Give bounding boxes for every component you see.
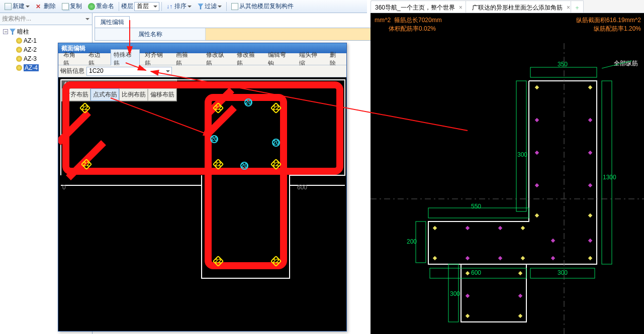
- section-canvas[interactable]: 特殊布筋 对齐布筋 点式布筋 比例布筋 偏移布筋 22 22 22: [58, 77, 346, 331]
- svg-rect-8: [530, 67, 597, 77]
- dim-0: 0: [62, 184, 66, 191]
- rebar-22: 22: [213, 102, 224, 114]
- rebar-22: 22: [213, 159, 224, 170]
- popup-title: 特殊布筋: [62, 79, 176, 88]
- svg-rect-12: [416, 221, 426, 263]
- rebar-info-input[interactable]: 1C20: [86, 67, 172, 76]
- close-icon[interactable]: ×: [459, 4, 463, 11]
- svg-rect-10: [516, 81, 526, 211]
- popup-ratio[interactable]: 比例布筋: [119, 88, 148, 101]
- rename-button[interactable]: 重命名: [85, 1, 117, 12]
- main-toolbar: 新建 ✕删除 复制 重命名 楼层 首层 ↓↑排序 过滤 从其他楼层复制构件 »: [0, 0, 367, 13]
- popup-point[interactable]: 点式布筋: [90, 88, 119, 101]
- section-toolbar: 布角筋 布边筋 特殊布筋 对齐钢筋 画箍筋 修改纵筋 修改箍筋 编辑弯钩 端头伸…: [58, 53, 346, 65]
- browser-tab[interactable]: 360导航_一个主页，整个世界×: [371, 1, 466, 13]
- svg-line-16: [602, 61, 632, 68]
- rebar-22: 22: [270, 159, 282, 170]
- gear-icon: [16, 38, 22, 44]
- popup-offset[interactable]: 偏移布筋: [148, 88, 176, 101]
- funnel-icon: [198, 4, 204, 10]
- new-button[interactable]: 新建: [2, 1, 32, 12]
- dim-600: 600: [297, 184, 307, 191]
- gear-icon: [16, 65, 22, 71]
- tree-root[interactable]: 暗柱: [1, 27, 91, 36]
- special-layout-popup: 特殊布筋 对齐布筋 点式布筋 比例布筋 偏移布筋: [61, 79, 177, 101]
- svg-line-6: [209, 107, 234, 133]
- search-input[interactable]: 搜索构件...: [0, 13, 92, 25]
- gear-icon: [16, 47, 22, 53]
- reference-drawing: mm^2 箍筋总长7020mm 体积配筋率0.02% 纵筋截面积616.19mm…: [371, 13, 644, 334]
- filter-button[interactable]: 过滤: [195, 1, 224, 12]
- browser-tab-active[interactable]: 广联达的异形柱里面怎么添加角筋×: [466, 1, 571, 13]
- rebar-20: 20: [210, 135, 218, 143]
- col-name: 属性名称: [95, 28, 206, 40]
- rebar-20: 20: [272, 139, 280, 147]
- browser-tabs: 360导航_一个主页，整个世界× 广联达的异形柱里面怎么添加角筋× ＋: [371, 0, 644, 13]
- property-tab[interactable]: 属性编辑: [95, 16, 130, 28]
- rebar-22: 22: [270, 102, 282, 114]
- new-tab-button[interactable]: ＋: [571, 1, 584, 13]
- rebar-22: 22: [270, 256, 282, 267]
- svg-line-5: [58, 113, 88, 143]
- rebar-22: 22: [81, 159, 93, 170]
- rebar-info-row: 钢筋信息 1C20: [58, 65, 346, 77]
- rebar-20: 20: [240, 162, 248, 170]
- delete-button[interactable]: ✕删除: [33, 1, 58, 12]
- svg-rect-9: [602, 81, 612, 264]
- copy-from-floor-button[interactable]: 从其他楼层复制构件: [229, 1, 296, 12]
- sort-button[interactable]: ↓↑排序: [164, 1, 194, 12]
- copy-button[interactable]: 复制: [59, 1, 84, 12]
- section-editor-window: 截面编辑 布角筋 布边筋 特殊布筋 对齐钢筋 画箍筋 修改纵筋 修改箍筋 编辑弯…: [58, 43, 347, 331]
- section-svg: [58, 77, 346, 331]
- collapse-icon[interactable]: [3, 29, 8, 34]
- svg-rect-3: [208, 97, 284, 266]
- gear-icon: [16, 56, 22, 62]
- floor-label: 楼层: [121, 2, 133, 11]
- close-icon[interactable]: ×: [567, 4, 570, 11]
- filter-icon: [10, 29, 16, 35]
- rebar-20: 20: [244, 98, 252, 106]
- floor-select[interactable]: 首层: [134, 2, 159, 11]
- rebar-22: 22: [79, 102, 91, 114]
- popup-align[interactable]: 对齐布筋: [62, 88, 90, 101]
- rebar-22: 22: [213, 256, 224, 267]
- rebar-info-label: 钢筋信息: [60, 67, 84, 75]
